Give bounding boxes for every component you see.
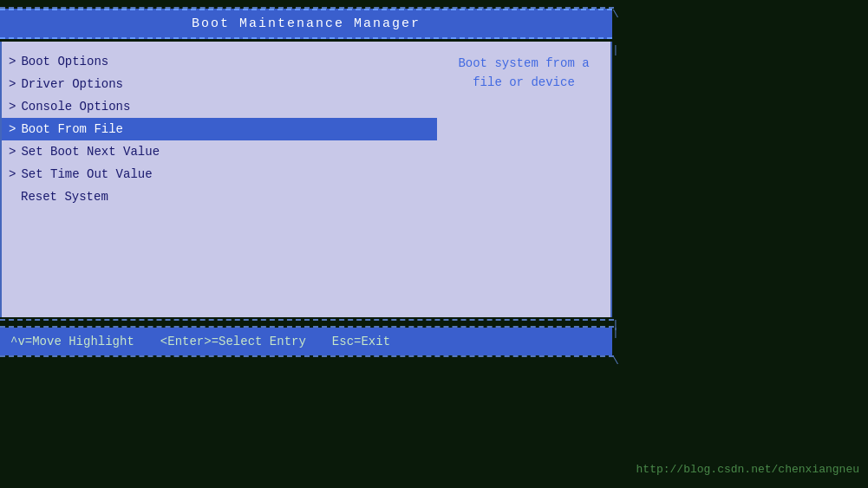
nav-move-highlight: ^v=Move Highlight	[10, 335, 134, 348]
info-text: Boot system from a file or device	[458, 56, 589, 89]
menu-item-set-time-out-value[interactable]: > Set Time Out Value	[2, 163, 437, 185]
menu-item-boot-options[interactable]: > Boot Options	[2, 50, 437, 73]
nav-exit: Esc=Exit	[332, 335, 390, 348]
arrow-icon: >	[9, 122, 16, 136]
nav-bar: ^v=Move Highlight <Enter>=Select Entry E…	[0, 328, 612, 355]
main-content: > Boot Options > Driver Options > Consol…	[0, 42, 612, 317]
nav-select-entry: <Enter>=Select Entry	[160, 335, 306, 348]
menu-label: Boot Options	[21, 55, 108, 68]
menu-item-driver-options[interactable]: > Driver Options	[2, 73, 437, 95]
menu-item-set-boot-next-value[interactable]: > Set Boot Next Value	[2, 140, 437, 163]
arrow-icon: >	[9, 100, 16, 114]
arrow-icon: >	[9, 77, 16, 91]
menu-label: Boot From File	[21, 122, 123, 136]
menu-item-reset-system[interactable]: Reset System	[2, 185, 437, 208]
arrow-icon: >	[9, 145, 16, 159]
arrow-icon: >	[9, 55, 16, 68]
arrow-icon: >	[9, 167, 16, 181]
right-tick-top: \	[612, 9, 619, 20]
menu-list: > Boot Options > Driver Options > Consol…	[2, 42, 437, 317]
nav-dashed-bottom	[0, 355, 614, 357]
right-tick-bottom: \	[612, 355, 619, 368]
watermark: http://blog.csdn.net/chenxiangneu	[636, 463, 859, 476]
right-tick-mid3: |	[612, 326, 619, 339]
info-panel: Boot system from a file or device	[437, 42, 610, 317]
menu-label: Driver Options	[21, 77, 123, 91]
menu-item-console-options[interactable]: > Console Options	[2, 95, 437, 118]
menu-item-boot-from-file[interactable]: > Boot From File	[2, 118, 437, 140]
menu-label: Console Options	[21, 100, 130, 114]
right-tick-mid: |	[612, 43, 619, 56]
title-text: Boot Maintenance Manager	[192, 16, 421, 31]
title-bar: Boot Maintenance Manager	[0, 9, 612, 39]
menu-label: Set Boot Next Value	[21, 145, 160, 159]
menu-label: Set Time Out Value	[21, 167, 152, 181]
menu-label: Reset System	[21, 190, 108, 204]
